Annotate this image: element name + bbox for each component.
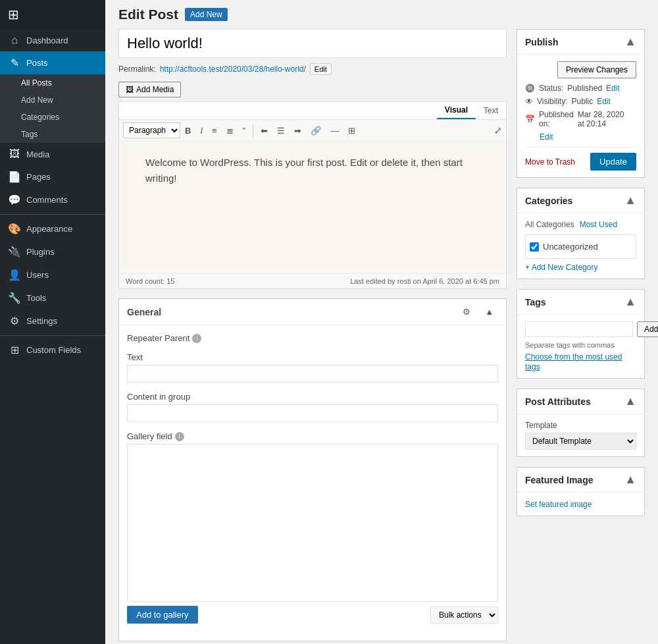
publish-box-title: Publish [525,37,559,47]
general-settings-icon[interactable]: ⚙ [459,304,474,319]
categories-box: Categories ▲ All Categories Most Used Un… [517,188,645,279]
tab-text[interactable]: Text [476,102,506,119]
visibility-value: Public [571,97,593,106]
submenu-label: Categories [21,113,59,122]
sidebar-item-custom-fields[interactable]: ⊞ Custom Fields [0,338,105,362]
post-attributes-header[interactable]: Post Attributes ▲ [517,389,644,414]
sidebar-item-comments[interactable]: 💬 Comments [0,188,105,211]
align-left-button[interactable]: ⬅ [257,123,272,138]
gallery-field-group: Gallery field i Add to gallery Bulk acti… [127,431,498,624]
cat-tab-all[interactable]: All Categories [525,220,574,229]
tags-box-header[interactable]: Tags ▲ [517,290,644,315]
general-body: Repeater Parent i Text [119,325,506,641]
category-item-uncategorized: Uncategorized [530,242,632,252]
blockquote-button[interactable]: " [239,123,250,138]
users-icon: 👤 [8,269,21,281]
publish-toggle-icon: ▲ [624,35,636,49]
general-toggle-icon[interactable]: ▲ [481,304,497,319]
ol-button[interactable]: ≣ [222,123,238,138]
category-checkbox-uncategorized[interactable] [530,242,539,252]
most-used-tags-link[interactable]: Choose from the most used tags [525,352,622,371]
calendar-icon: 📅 [525,115,535,124]
add-media-icon: 🖼 [126,85,134,94]
sidebar-item-plugins[interactable]: 🔌 Plugins [0,240,105,263]
move-to-trash-link[interactable]: Move to Trash [525,157,575,167]
add-new-category-link[interactable]: + Add New Category [525,263,636,272]
visibility-edit-link[interactable]: Edit [597,97,611,106]
table-button[interactable]: ⊞ [344,123,359,138]
sidebar-item-label: Appearance [26,224,72,234]
preview-changes-button[interactable]: Preview Changes [557,61,636,78]
ul-button[interactable]: ≡ [208,123,221,138]
sidebar-item-media[interactable]: 🖼 Media [0,143,105,165]
sidebar-item-posts[interactable]: ✎ Posts [0,51,105,74]
add-tag-button[interactable]: Add [637,321,658,337]
sidebar-logo[interactable]: ⊞ [0,0,105,29]
sidebar-item-label: Comments [26,195,68,205]
posts-icon: ✎ [8,57,21,69]
set-featured-image-link[interactable]: Set featured image [525,500,592,509]
tools-icon: 🔧 [8,292,21,304]
comments-icon: 💬 [8,194,21,206]
tags-input[interactable] [525,321,633,337]
publish-box-header[interactable]: Publish ▲ [517,30,644,55]
post-attributes-body: Template Default Template [517,414,644,456]
visibility-icon: 👁 [525,97,533,106]
sidebar-item-pages[interactable]: 📄 Pages [0,165,105,188]
align-right-button[interactable]: ➡ [290,123,305,138]
bold-button[interactable]: B [181,123,195,138]
sidebar-item-users[interactable]: 👤 Users [0,263,105,286]
cat-tab-most-used[interactable]: Most Used [580,220,617,229]
link-button[interactable]: 🔗 [307,123,325,138]
submenu-label: All Posts [21,78,52,88]
sidebar-submenu-add-new[interactable]: Add New [0,92,105,109]
featured-image-box: Featured Image ▲ Set featured image [517,467,645,516]
sidebar-divider [0,214,105,215]
add-to-gallery-button[interactable]: Add to gallery [127,606,198,624]
page-title: Edit Post [118,7,178,22]
page-header: Edit Post Add New [118,7,645,22]
sidebar-submenu-all-posts[interactable]: All Posts [0,74,105,92]
post-attributes-box: Post Attributes ▲ Template Default Templ… [517,389,645,457]
post-title-input[interactable] [118,29,507,58]
align-center-button[interactable]: ☰ [273,123,289,138]
visibility-row: 👁 Visibility: Public Edit [525,97,636,106]
add-new-button[interactable]: Add New [185,8,228,21]
italic-button[interactable]: I [196,123,207,138]
permalink-edit-button[interactable]: Edit [310,63,332,75]
repeater-parent-info-icon[interactable]: i [192,334,201,343]
tab-visual[interactable]: Visual [437,102,476,119]
repeater-parent-label: Repeater Parent i [127,333,498,343]
status-icon: 🔘 [525,84,535,93]
sidebar-item-settings[interactable]: ⚙ Settings [0,309,105,333]
sidebar-submenu-categories[interactable]: Categories [0,109,105,126]
sidebar-item-label: Tools [26,293,46,303]
content-in-group-input[interactable] [127,404,498,422]
sidebar-submenu-tags[interactable]: Tags [0,126,105,143]
submenu-label: Tags [21,130,38,139]
template-select[interactable]: Default Template [525,433,636,450]
sidebar-item-appearance[interactable]: 🎨 Appearance [0,217,105,240]
update-button[interactable]: Update [590,153,636,171]
sidebar-item-label: Pages [26,172,51,182]
text-field-input[interactable] [127,365,498,383]
sidebar-item-dashboard[interactable]: ⌂ Dashboard [0,29,105,51]
bulk-actions-select[interactable]: Bulk actions [430,606,498,624]
permalink-url[interactable]: http://acftools.test/2020/03/28/hello-wo… [160,65,306,74]
add-media-label: Add Media [136,85,174,94]
categories-box-header[interactable]: Categories ▲ [517,188,644,213]
editor-content[interactable]: Welcome to WordPress. This is your first… [119,142,506,273]
editor-layout: Permalink: http://acftools.test/2020/03/… [118,29,645,644]
paragraph-select[interactable]: Paragraph [123,122,180,138]
add-media-button[interactable]: 🖼 Add Media [118,82,181,97]
published-edit-link[interactable]: Edit [540,132,636,142]
status-edit-link[interactable]: Edit [606,84,620,93]
fullscreen-button[interactable]: ⤢ [494,125,502,136]
gallery-field-info-icon[interactable]: i [175,432,184,441]
status-row: 🔘 Status: Published Edit [525,84,636,93]
insert-button[interactable]: — [326,123,343,138]
general-section: General ⚙ ▲ Repeater Parent i [118,298,507,641]
tags-input-row: Add [525,321,636,337]
sidebar-item-tools[interactable]: 🔧 Tools [0,286,105,309]
featured-image-header[interactable]: Featured Image ▲ [517,468,644,493]
